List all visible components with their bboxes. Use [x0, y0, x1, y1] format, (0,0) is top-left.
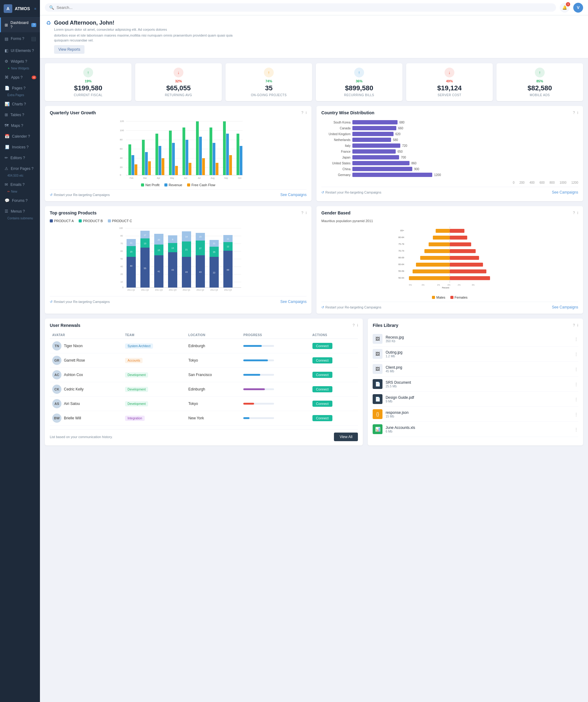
country-chart-header: Country Wise Distribution ? i — [321, 110, 578, 115]
view-reports-button[interactable]: View Reports — [54, 45, 85, 54]
forums-icon: 💬 — [5, 198, 9, 203]
country-value: 720 — [402, 144, 407, 147]
quarterly-chart-title: Quarterly User Growth — [50, 110, 96, 115]
see-campaigns-button-1[interactable]: See Campaigns — [280, 193, 307, 197]
connect-button[interactable]: Connect — [313, 343, 332, 349]
stat-icon: ↑ — [264, 68, 274, 78]
file-info: Client.png 45 Mb — [385, 365, 571, 373]
connect-button[interactable]: Connect — [313, 400, 332, 407]
page-subtitle-1: Lorem ipsum dolor sit amet, consectetur … — [54, 27, 238, 32]
svg-text:75-79: 75-79 — [398, 243, 404, 245]
question-icon[interactable]: ? — [302, 111, 304, 115]
file-menu-button[interactable]: ⋮ — [574, 337, 578, 341]
sidebar-item-label: Editors ? — [10, 156, 25, 160]
products-question-icon[interactable]: ? — [302, 211, 304, 215]
col-team: TEAM — [123, 332, 186, 339]
user-cell-inner: AS Airi Satou — [52, 399, 120, 408]
quarterly-chart-header: Quarterly User Growth ? i — [50, 110, 307, 115]
pages-sub[interactable]: Extra Pages — [0, 93, 40, 99]
svg-text:69: 69 — [227, 269, 229, 271]
sidebar-item-forums[interactable]: 💬 Forums ? — [0, 195, 40, 206]
file-name: Recess.jpg — [385, 335, 571, 340]
product-b-dot — [79, 219, 82, 222]
sidebar-item-calendar[interactable]: 📅 Calender ? — [0, 131, 40, 142]
files-list: 🖼 Recess.jpg 350 Kb ⋮ 🖼 Outing.jpg 1.2 M… — [373, 332, 578, 437]
notification-button[interactable]: 🔔 3 — [560, 3, 570, 13]
svg-rect-138 — [413, 269, 450, 273]
sidebar-toggle[interactable]: ≡ — [34, 7, 36, 10]
file-menu-button[interactable]: ⋮ — [574, 352, 578, 356]
sidebar-item-widgets[interactable]: ⚙ Widgets ? — [0, 56, 40, 67]
file-name: SRS Document — [385, 380, 571, 385]
svg-rect-31 — [202, 158, 205, 175]
gender-info-icon[interactable]: i — [577, 211, 578, 215]
svg-rect-134 — [429, 242, 450, 246]
emails-sub[interactable]: ✏ New — [0, 190, 40, 195]
connect-button[interactable]: Connect — [313, 372, 332, 378]
country-info-icon[interactable]: i — [577, 111, 578, 115]
user-renewals-actions: ? i — [353, 323, 358, 328]
connect-button[interactable]: Connect — [313, 357, 332, 363]
team-cell: Integration — [123, 411, 186, 426]
svg-rect-142 — [450, 242, 471, 246]
gender-footer-text: ↺ Restart your Re-targeting Campaigns — [321, 306, 381, 309]
sidebar-item-label: Maps ? — [11, 123, 23, 128]
products-info-icon[interactable]: i — [306, 211, 307, 215]
table-footer-note: List based on your communication history… — [50, 435, 113, 439]
files-question-icon[interactable]: ? — [573, 323, 575, 328]
connect-button[interactable]: Connect — [313, 415, 332, 421]
sidebar-item-apps[interactable]: ⌘ Apps ? 4 — [0, 72, 40, 83]
user-avatar-small: AC — [52, 370, 62, 379]
file-menu-button[interactable]: ⋮ — [574, 427, 578, 432]
country-name: United States — [321, 161, 351, 165]
see-campaigns-button-4[interactable]: See Campaigns — [552, 305, 578, 309]
see-campaigns-button-3[interactable]: See Campaigns — [280, 300, 307, 304]
sidebar-item-menus[interactable]: ☰ Menus ? — [0, 206, 40, 217]
file-item: {} response.json 15 Mb ⋮ — [373, 407, 578, 422]
renewals-question-icon[interactable]: ? — [353, 323, 355, 328]
sidebar-item-pages[interactable]: 📄 Pages ? — [0, 83, 40, 93]
sidebar-item-emails[interactable]: ✉ Emails ? — [0, 179, 40, 190]
file-name: June Accounts.xls — [385, 426, 571, 430]
see-campaigns-button-2[interactable]: See Campaigns — [552, 190, 578, 195]
user-cell: AS Airi Satou — [50, 396, 123, 411]
sidebar-item-ui[interactable]: ◧ UI Elements ? — [0, 45, 40, 56]
svg-rect-32 — [210, 127, 212, 175]
products-bar-chart: 100 80 70 60 50 40 20 10 0 — [50, 225, 307, 293]
svg-text:55-59: 55-59 — [398, 270, 404, 272]
stat-arrow: ↑ — [539, 70, 541, 75]
sidebar-item-dashboard[interactable]: ⊞ Dashboard ? ? — [0, 17, 40, 32]
connect-button[interactable]: Connect — [313, 386, 332, 392]
widgets-sub[interactable]: ✦ New Widgets — [0, 67, 40, 72]
view-all-button[interactable]: View All — [334, 433, 358, 441]
renewals-info-icon[interactable]: i — [357, 323, 358, 328]
gender-question-icon[interactable]: ? — [573, 211, 575, 215]
svg-text:27: 27 — [199, 247, 202, 249]
svg-rect-33 — [213, 143, 215, 175]
progress-bar-wrap — [243, 388, 274, 390]
progress-cell — [241, 353, 310, 368]
svg-text:100: 100 — [119, 227, 123, 229]
user-avatar[interactable]: V — [573, 3, 583, 13]
sidebar-item-error-pages[interactable]: ⚠ Error Pages ? — [0, 163, 40, 174]
content-area: ↑ 19% $199,580 CURRENT FISCAL ↓ 32% $65,… — [40, 58, 588, 702]
sidebar-item-maps[interactable]: 🗺 Maps ? — [0, 120, 40, 131]
country-question-icon[interactable]: ? — [573, 111, 575, 115]
sidebar-item-forms[interactable]: ▤ Forms ? ▤ — [0, 32, 40, 45]
sidebar-item-charts[interactable]: 📊 Charts ? — [0, 99, 40, 109]
sidebar-item-invoices[interactable]: 🧾 Invoices ? — [0, 142, 40, 152]
svg-rect-137 — [416, 263, 450, 267]
file-menu-button[interactable]: ⋮ — [574, 367, 578, 371]
sidebar-item-label: Calender ? — [12, 134, 30, 138]
file-menu-button[interactable]: ⋮ — [574, 412, 578, 417]
search-box[interactable]: 🔍 — [45, 3, 556, 12]
file-menu-button[interactable]: ⋮ — [574, 382, 578, 386]
search-input[interactable] — [56, 5, 552, 10]
files-info-icon[interactable]: i — [577, 323, 578, 328]
team-badge: System Architect — [125, 343, 153, 349]
file-menu-button[interactable]: ⋮ — [574, 397, 578, 401]
sidebar-item-editors[interactable]: ✏ Editors ? — [0, 152, 40, 163]
sidebar-item-tables[interactable]: ⊞ Tables ? — [0, 109, 40, 120]
info-icon[interactable]: i — [306, 111, 307, 115]
gender-chart-title: Gender Based — [321, 211, 351, 215]
